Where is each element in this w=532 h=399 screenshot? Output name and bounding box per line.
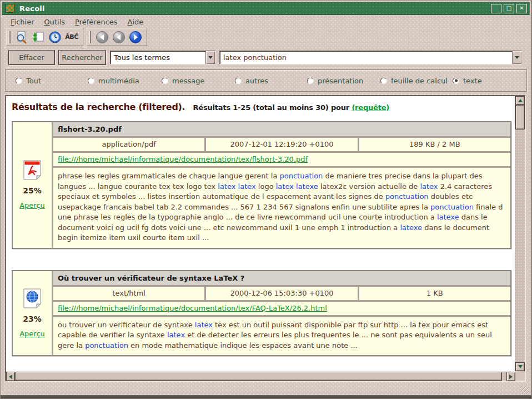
horizontal-scroll-thumb[interactable] [15,372,502,381]
toolbar-group-navigation [87,28,147,46]
radio-button-icon [162,77,168,84]
nav-next-page-button[interactable] [128,30,143,44]
filetype-radio-option[interactable]: multimédia [88,77,139,85]
menu-item[interactable]: Outils [39,17,71,27]
radio-label: présentation [318,77,363,85]
filetype-radio-option[interactable]: texte [453,77,482,85]
result-url-row: file:///home/michael/informatique/docume… [53,153,510,166]
toolbar: ÂBĈ [2,28,530,46]
relevance-percent: 25% [23,186,42,195]
left-triangle-icon [9,375,12,379]
radio-label: Tout [26,77,41,85]
abc-spell-icon: ÂBĈ [65,33,78,41]
result-size: 1 KB [359,287,510,300]
chevron-down-icon[interactable] [512,51,521,64]
result-mimetype: text/html [53,287,204,300]
filetype-radio-option[interactable]: autres [235,77,268,85]
result-side-panel: 23% Aperçu [13,271,52,356]
scroll-up-button[interactable] [515,96,525,105]
preview-link[interactable]: Aperçu [19,330,45,338]
highlighted-term: latex [420,182,438,191]
chevron-down-icon[interactable] [205,51,215,64]
clock-icon [48,31,62,44]
highlighted-term: ponctuation [430,203,474,211]
menu-item[interactable]: Aide [123,17,149,27]
result-side-panel: 25% Aperçu [13,122,52,248]
filetype-radio-option[interactable]: Tout [16,77,41,85]
toolbar-group-tools: ÂBĈ [6,28,83,46]
term-explorer-button[interactable]: ÂBĈ [64,30,79,44]
sort-parameters-button[interactable] [31,30,46,44]
filetype-radio-option[interactable]: message [162,77,204,85]
result-url-link[interactable]: file:///home/michael/informatique/docume… [58,155,308,163]
search-query-value: latex ponctuation [220,53,512,62]
toolbar-handle[interactable] [8,31,11,43]
filetype-radio-option[interactable]: présentation [307,77,363,85]
vertical-scroll-trough[interactable] [515,129,525,362]
search-mode-select[interactable]: Tous les termes [110,51,215,64]
result-metadata: application/pdf 2007-12-01 12:19:20 +010… [53,138,510,151]
radio-label: autres [245,77,268,85]
result-url-link[interactable]: file:///home/michael/informatique/docume… [58,304,327,312]
doc-magnifier-icon [15,31,28,44]
pdf-file-icon [23,160,41,180]
radio-button-icon [453,77,459,84]
result-title: Où trouver un vérificateur de syntaxe La… [53,271,510,285]
menu-item[interactable]: Préférences [70,17,122,27]
horizontal-scroll-trough[interactable] [502,372,506,381]
close-button[interactable]: ✕ [516,4,527,13]
highlighted-term: ponctuation [385,192,429,201]
search-query-input[interactable]: latex ponctuation [219,51,522,64]
radio-button-icon [307,77,314,84]
result-date: 2000-12-06 15:03:30 +0100 [206,287,357,300]
advanced-search-button[interactable] [14,30,29,44]
vertical-scrollbar[interactable] [515,96,525,371]
app-icon[interactable] [6,4,14,13]
scroll-left-button[interactable] [6,372,15,381]
result-main: flshort-3.20.pdf application/pdf 2007-12… [53,122,510,248]
radio-button-icon [380,77,387,84]
scroll-down-button[interactable] [515,362,525,371]
toolbar-handle[interactable] [89,31,91,43]
radio-label: texte [463,77,482,85]
highlighted-term: latex [167,331,185,339]
results-stats: Résultats 1-25 (total au moins 30) pour … [193,103,390,112]
query-details-link[interactable]: (requête) [352,103,389,112]
results-list: 25% Aperçu flshort-3.20.pdf application/… [11,121,514,356]
titlebar: Recoll _ □ ✕ [2,2,530,15]
vertical-scroll-thumb[interactable] [515,105,525,129]
result-item: 25% Aperçu flshort-3.20.pdf application/… [12,121,511,249]
back-arrow-disabled-icon [112,31,126,44]
window-title: Recoll [19,4,45,13]
clear-button[interactable]: Effacer [8,50,55,65]
search-mode-value: Tous les termes [111,53,205,62]
minimize-button[interactable]: _ [491,4,501,13]
highlighted-term: latex [195,321,213,329]
horizontal-scrollbar[interactable] [6,371,515,381]
maximize-button[interactable]: □ [504,4,514,13]
right-triangle-icon [509,375,513,379]
result-mimetype: application/pdf [53,138,204,151]
down-triangle-icon [518,365,523,368]
results-panel: Résultats de la recherche (filtered). Ré… [5,95,526,382]
highlighted-term: latexe [400,223,422,232]
results-viewport: Résultats de la recherche (filtered). Ré… [6,96,515,371]
results-title: Résultats de la recherche (filtered). [12,102,185,112]
scroll-right-button[interactable] [506,372,515,381]
forward-arrow-icon [129,31,142,44]
filter-bar: Tout multimédia message autres présentat… [5,69,527,92]
search-button[interactable]: Rechercher [58,50,106,65]
scrollbar-corner [515,371,525,381]
result-snippet: phrase les regles grammaticales de chaqu… [53,168,510,248]
nav-first-page-button[interactable] [94,30,110,44]
filetype-radio-option[interactable]: feuille de calcul [380,77,448,85]
nav-prev-page-button[interactable] [111,30,127,44]
menu-item[interactable]: Fichier [6,17,39,27]
preview-link[interactable]: Aperçu [19,201,45,210]
document-history-button[interactable] [47,30,63,44]
result-metadata: text/html 2000-12-06 15:03:30 +0100 1 KB [53,287,510,300]
highlighted-term: latex latex [218,182,255,191]
resize-grip[interactable] [520,385,529,394]
search-bar: Effacer Rechercher Tous les termes latex… [2,48,530,67]
result-item: 23% Aperçu Où trouver un vérificateur de… [12,270,511,357]
